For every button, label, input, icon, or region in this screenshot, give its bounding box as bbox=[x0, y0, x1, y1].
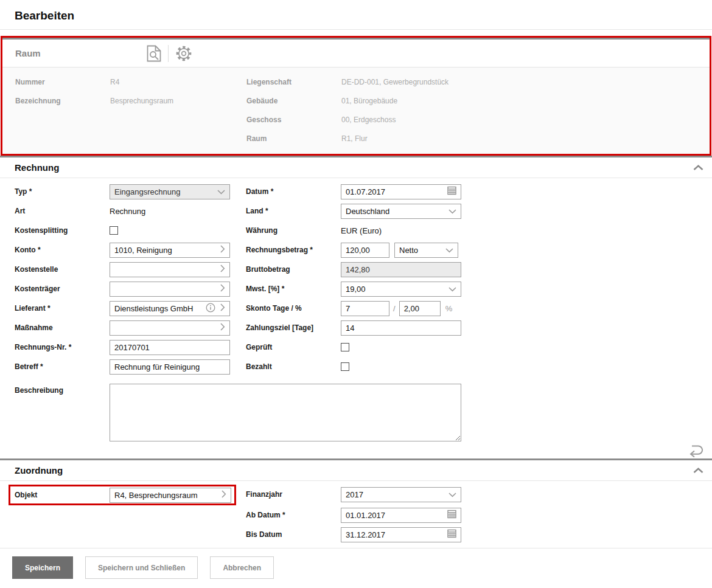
raum-value-gebaeude: 01, Bürogebäude bbox=[341, 91, 710, 110]
label-art: Art bbox=[15, 201, 110, 221]
calendar-icon[interactable] bbox=[447, 529, 456, 540]
label-lieferant: Lieferant * bbox=[15, 299, 110, 318]
chevron-down-icon bbox=[448, 207, 456, 216]
label-rechnungsbetrag: Rechnungsbetrag * bbox=[246, 240, 341, 260]
raum-label-geschoss: Geschoss bbox=[246, 110, 341, 129]
zuordnung-section-title: Zuordnung bbox=[15, 465, 63, 476]
typ-select[interactable]: Eingangsrechnung bbox=[110, 184, 230, 199]
label-skonto: Skonto Tage / % bbox=[246, 299, 341, 318]
objekt-picker[interactable]: R4, Besprechungsraum bbox=[110, 488, 231, 503]
footer-buttons: Speichern Speichern und Schließen Abbrec… bbox=[0, 548, 712, 579]
chevron-right-icon bbox=[220, 323, 225, 333]
raum-label-gebaeude: Gebäude bbox=[246, 91, 341, 110]
raum-value-liegenschaft: DE-DD-001, Gewerbegrundstück bbox=[341, 72, 710, 91]
bezahlt-checkbox[interactable] bbox=[341, 362, 349, 371]
datum-input[interactable]: 01.07.2017 bbox=[341, 184, 461, 199]
label-zahlungsziel: Zahlungsziel [Tage] bbox=[246, 318, 341, 337]
label-beschreibung: Beschreibung bbox=[15, 384, 110, 395]
land-select[interactable]: Deutschland bbox=[341, 204, 461, 219]
mwst-select[interactable]: 19,00 bbox=[341, 282, 461, 297]
label-massnahme: Maßnahme bbox=[15, 318, 110, 337]
chevron-up-icon[interactable] bbox=[693, 165, 703, 171]
label-finanzjahr: Finanzjahr bbox=[246, 485, 341, 504]
beschreibung-textarea[interactable] bbox=[110, 384, 461, 441]
konto-picker[interactable]: 1010, Reinigung bbox=[110, 243, 230, 258]
chevron-right-icon bbox=[222, 490, 226, 500]
kostentraeger-picker[interactable] bbox=[110, 282, 230, 297]
label-kostentraeger: Kostenträger bbox=[15, 279, 110, 299]
chevron-right-icon bbox=[220, 303, 225, 313]
label-rechnungs-nr: Rechnungs-Nr. * bbox=[15, 337, 110, 357]
speichern-button[interactable]: Speichern bbox=[12, 556, 73, 579]
kostensplitting-checkbox[interactable] bbox=[110, 226, 118, 235]
skonto-prozent-input[interactable] bbox=[399, 301, 441, 316]
raum-label-raum: Raum bbox=[246, 129, 341, 148]
label-objekt: Objekt bbox=[15, 491, 110, 499]
label-konto: Konto * bbox=[15, 240, 110, 260]
rechnung-form: Typ * Eingangsrechnung Datum * 01.07.201… bbox=[0, 178, 712, 376]
info-circle-icon[interactable] bbox=[206, 303, 215, 314]
objekt-highlight-box: Objekt R4, Besprechungsraum bbox=[9, 485, 236, 505]
toolbar-divider bbox=[168, 45, 169, 62]
label-ab-datum: Ab Datum * bbox=[246, 505, 341, 525]
label-geprueft: Geprüft bbox=[246, 337, 341, 357]
document-preview-icon[interactable] bbox=[147, 45, 161, 62]
label-bezahlt: Bezahlt bbox=[246, 357, 341, 376]
zahlungsziel-input[interactable] bbox=[341, 320, 461, 336]
label-mwst: Mwst. [%] * bbox=[246, 279, 341, 299]
rechnung-section-header: Rechnung bbox=[0, 157, 712, 178]
raum-panel-title: Raum bbox=[15, 48, 147, 58]
label-typ: Typ * bbox=[15, 182, 110, 201]
label-land: Land * bbox=[246, 201, 341, 221]
raum-panel-header: Raum bbox=[2, 40, 710, 67]
calendar-icon[interactable] bbox=[447, 186, 456, 197]
kostenstelle-picker[interactable] bbox=[110, 262, 230, 277]
skonto-separator: / bbox=[393, 304, 396, 313]
label-waehrung: Währung bbox=[246, 221, 341, 240]
bis-datum-input[interactable]: 31.12.2017 bbox=[341, 527, 461, 542]
calendar-icon[interactable] bbox=[447, 510, 456, 521]
chevron-down-icon bbox=[448, 490, 456, 499]
label-bis-datum: Bis Datum bbox=[246, 525, 341, 544]
art-value: Rechnung bbox=[110, 201, 246, 221]
waehrung-value: EUR (Euro) bbox=[341, 221, 712, 240]
page-title: Bearbeiten bbox=[0, 0, 712, 30]
raum-value-geschoss: 00, Erdgeschoss bbox=[341, 110, 710, 129]
lieferant-picker[interactable]: Dienstleistungs GmbH bbox=[110, 301, 230, 316]
gear-icon[interactable] bbox=[175, 45, 192, 62]
chevron-down-icon bbox=[448, 285, 456, 294]
betreff-input[interactable] bbox=[110, 359, 230, 375]
return-arrow-icon[interactable] bbox=[686, 443, 705, 457]
netto-brutto-select[interactable]: Netto bbox=[394, 243, 458, 258]
raum-value-raum: R1, Flur bbox=[341, 129, 710, 148]
chevron-right-icon bbox=[220, 265, 225, 274]
raum-highlight-box: Raum Nummer R4 Liegenschaft DE-DD-001, G… bbox=[1, 36, 711, 156]
raum-label-nummer: Nummer bbox=[15, 72, 110, 91]
rechnungsbetrag-input[interactable] bbox=[341, 243, 389, 258]
finanzjahr-select[interactable]: 2017 bbox=[341, 487, 461, 502]
raum-value-bezeichnung: Besprechungsraum bbox=[110, 91, 246, 110]
raum-value-nummer: R4 bbox=[110, 72, 246, 91]
label-kostenstelle: Kostenstelle bbox=[15, 260, 110, 279]
abbrechen-button[interactable]: Abbrechen bbox=[210, 556, 274, 579]
skonto-suffix: % bbox=[445, 304, 453, 313]
massnahme-picker[interactable] bbox=[110, 320, 230, 336]
zuordnung-section-header: Zuordnung bbox=[0, 460, 712, 481]
raum-label-liegenschaft: Liegenschaft bbox=[246, 72, 341, 91]
label-bruttobetrag: Bruttobetrag bbox=[246, 260, 341, 279]
rechnung-section-title: Rechnung bbox=[15, 162, 59, 173]
speichern-und-schliessen-button[interactable]: Speichern und Schließen bbox=[85, 556, 198, 579]
skonto-tage-input[interactable] bbox=[341, 301, 389, 316]
zuordnung-form: Objekt R4, Besprechungsraum Finanzjahr 2… bbox=[0, 481, 712, 544]
chevron-right-icon bbox=[220, 284, 225, 294]
geprueft-checkbox[interactable] bbox=[341, 343, 349, 351]
chevron-down-icon bbox=[217, 187, 225, 196]
label-datum: Datum * bbox=[246, 182, 341, 201]
rechnungs-nr-input[interactable] bbox=[110, 340, 230, 355]
label-kostensplitting: Kostensplitting bbox=[15, 221, 110, 240]
chevron-up-icon[interactable] bbox=[693, 468, 703, 474]
label-betreff: Betreff * bbox=[15, 357, 110, 376]
raum-panel-body: Nummer R4 Liegenschaft DE-DD-001, Gewerb… bbox=[2, 67, 710, 154]
bruttobetrag-input bbox=[341, 262, 461, 277]
ab-datum-input[interactable]: 01.01.2017 bbox=[341, 508, 461, 523]
